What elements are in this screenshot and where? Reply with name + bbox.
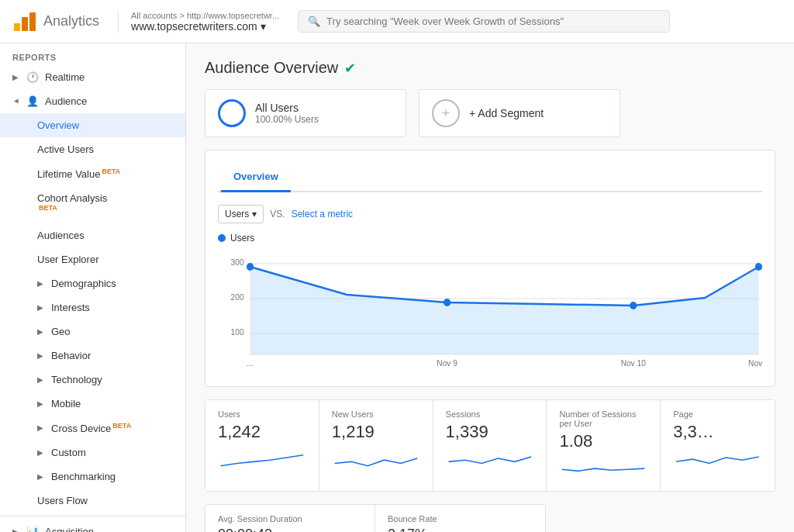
- search-input[interactable]: [326, 16, 660, 27]
- sidebar-item-realtime[interactable]: ▶ 🕐 Realtime: [0, 65, 185, 89]
- sidebar-item-label: Active Users: [37, 143, 173, 155]
- sidebar-item-label: Behavior: [51, 350, 173, 361]
- sidebar-item-overview[interactable]: Overview: [0, 113, 185, 137]
- stat-label: Bounce Rate: [388, 514, 533, 523]
- chevron-right-icon: ▶: [37, 423, 45, 432]
- analytics-logo-icon: [12, 9, 37, 34]
- sidebar-item-users-flow[interactable]: Users Flow: [0, 489, 185, 513]
- logo-text: Analytics: [43, 13, 99, 29]
- stat-sparkline: [559, 454, 647, 479]
- audience-icon: 👤: [26, 95, 39, 107]
- sidebar-item-mobile[interactable]: ▶ Mobile: [0, 392, 185, 416]
- sidebar-item-label: User Explorer: [37, 254, 173, 265]
- sidebar-item-label: Acquisition: [45, 526, 173, 532]
- tabs-row: Overview: [218, 163, 762, 192]
- stat-sparkline: [446, 445, 534, 470]
- sidebar-item-behavior[interactable]: ▶ Behavior: [0, 344, 185, 368]
- chevron-right-icon: ▶: [37, 448, 45, 457]
- stat-sparkline: [218, 445, 306, 470]
- stat-label: New Users: [332, 409, 420, 419]
- chart-point: [630, 302, 637, 309]
- sidebar-item-cross-device[interactable]: ▶ Cross DeviceBETA: [0, 416, 185, 440]
- stat-value: 3,3…: [673, 422, 762, 442]
- sidebar-item-cohort-analysis[interactable]: Cohort AnalysisBETA: [0, 186, 185, 223]
- chart-area: Overview Users ▾ VS. Select a metric Use…: [205, 150, 775, 387]
- chevron-right-icon: ▶: [37, 472, 45, 481]
- stat-card-pages: Page 3,3…: [661, 400, 775, 491]
- svg-text:300: 300: [231, 257, 244, 267]
- sidebar-item-label: Users Flow: [37, 495, 173, 506]
- chart-point: [755, 263, 762, 271]
- dropdown-icon: ▾: [252, 209, 257, 219]
- stat-value: 1.08: [559, 431, 647, 451]
- stat-card-bounce-rate: Bounce Rate 2.17%: [375, 505, 545, 532]
- select-metric-link[interactable]: Select a metric: [292, 209, 353, 219]
- chart-area-fill: [250, 267, 759, 354]
- logo-container: Analytics: [12, 9, 99, 34]
- chart-point: [247, 263, 254, 271]
- sidebar-item-audiences[interactable]: Audiences: [0, 223, 185, 247]
- sidebar-item-technology[interactable]: ▶ Technology: [0, 368, 185, 392]
- sidebar-item-label: Custom: [51, 447, 173, 458]
- segment-add[interactable]: + + Add Segment: [419, 89, 620, 137]
- chevron-down-icon: ▾: [261, 20, 266, 33]
- chevron-right-icon: ▶: [37, 399, 45, 408]
- stat-card-new-users: New Users 1,219: [319, 400, 433, 491]
- metric-label: Users: [225, 209, 249, 219]
- sidebar-item-demographics[interactable]: ▶ Demographics: [0, 271, 185, 295]
- sidebar-item-label: Benchmarking: [51, 471, 173, 482]
- sidebar-item-label: Lifetime ValueBETA: [37, 168, 173, 180]
- sidebar-item-benchmarking[interactable]: ▶ Benchmarking: [0, 465, 185, 489]
- chevron-right-icon: ▶: [37, 279, 45, 288]
- sidebar-item-label: Geo: [51, 326, 173, 337]
- add-segment-label: + Add Segment: [469, 107, 544, 119]
- stat-label: Sessions: [446, 409, 534, 419]
- stat-card-users: Users 1,242: [205, 400, 319, 491]
- sidebar-item-interests[interactable]: ▶ Interests: [0, 295, 185, 320]
- svg-text:...: ...: [247, 358, 253, 368]
- segment-indicator: [218, 99, 246, 127]
- sidebar-item-lifetime-value[interactable]: Lifetime ValueBETA: [0, 161, 185, 186]
- sidebar-item-label: Overview: [37, 119, 173, 131]
- verified-icon: ✔: [344, 60, 356, 77]
- reports-label: REPORTS: [0, 43, 185, 65]
- layout: REPORTS ▶ 🕐 Realtime ▼ 👤 Audience Overvi…: [0, 43, 794, 532]
- stat-sparkline: [673, 445, 762, 470]
- breadcrumb: All accounts > http://www.topsecretwr...: [131, 11, 279, 20]
- segment-all-users[interactable]: All Users 100.00% Users: [205, 89, 406, 137]
- sidebar-item-label: Mobile: [51, 398, 173, 409]
- add-segment-icon: +: [432, 99, 460, 127]
- sidebar-item-custom[interactable]: ▶ Custom: [0, 440, 185, 465]
- stat-label: Page: [673, 409, 762, 419]
- realtime-icon: 🕐: [26, 71, 39, 83]
- beta-badge: BETA: [102, 168, 120, 175]
- sidebar-item-label: Cross DeviceBETA: [51, 422, 173, 434]
- site-selector[interactable]: All accounts > http://www.topsecretwr...…: [118, 11, 279, 33]
- sidebar-item-active-users[interactable]: Active Users: [0, 137, 185, 161]
- sidebar-item-acquisition[interactable]: ▶ 📊 Acquisition: [0, 520, 185, 532]
- beta-badge: BETA: [112, 422, 131, 430]
- svg-rect-1: [22, 17, 28, 31]
- chevron-right-icon: ▶: [12, 527, 20, 532]
- chart-point: [444, 299, 451, 306]
- sidebar-divider: [0, 516, 185, 516]
- stat-card-avg-session: Avg. Session Duration 00:00:42: [205, 505, 375, 532]
- svg-text:Nov 1: Nov 1: [748, 358, 762, 368]
- stat-card-sessions-per-user: Number of Sessions per User 1.08: [547, 400, 661, 491]
- segment-subtitle: 100.00% Users: [255, 114, 319, 125]
- svg-rect-2: [29, 12, 36, 31]
- tab-overview[interactable]: Overview: [221, 163, 291, 192]
- search-bar[interactable]: 🔍: [298, 10, 670, 33]
- sidebar-item-audience[interactable]: ▼ 👤 Audience: [0, 89, 185, 113]
- sidebar-item-geo[interactable]: ▶ Geo: [0, 320, 185, 344]
- metric-selector[interactable]: Users ▾: [218, 205, 264, 223]
- stat-value: 2.17%: [388, 527, 533, 532]
- sidebar-item-user-explorer[interactable]: User Explorer: [0, 247, 185, 271]
- main-inner: Audience Overview ✔ All Users 100.00% Us…: [186, 43, 794, 532]
- sidebar-item-label: Interests: [51, 302, 173, 313]
- chevron-right-icon: ▶: [37, 351, 45, 360]
- site-url[interactable]: www.topsecretwriters.com ▾: [131, 20, 279, 33]
- page-title-row: Audience Overview ✔: [205, 59, 775, 77]
- chevron-right-icon: ▶: [37, 375, 45, 384]
- main-content: Audience Overview ✔ All Users 100.00% Us…: [186, 43, 794, 532]
